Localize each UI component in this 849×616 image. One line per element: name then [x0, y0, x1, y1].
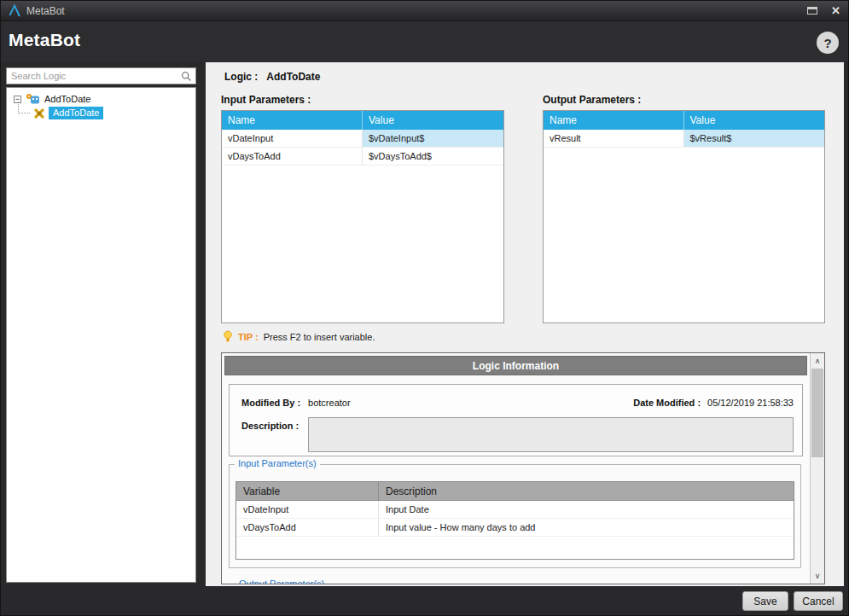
param-name: vDaysToAdd — [222, 148, 363, 165]
table-row: vDateInput Input Date — [236, 501, 794, 519]
close-icon[interactable]: ✕ — [831, 5, 840, 16]
input-parameters-title: Input Parameters : — [221, 94, 311, 106]
tree-connector — [18, 102, 30, 113]
tip-label: TIP : — [238, 332, 259, 342]
logic-metadata-box: Modified By :botcreator Date Modified :0… — [229, 384, 803, 456]
tree-node-root[interactable]: − AddToDate — [7, 88, 195, 105]
input-parameters-grid: Variable Description vDateInput Input Da… — [236, 481, 794, 560]
description-cell: Input Date — [379, 501, 794, 518]
page-title: MetaBot — [9, 30, 80, 50]
tip-text: Press F2 to insert variable. — [264, 332, 375, 342]
input-parameters-table: Name Value vDateInput $vDateInput$ vDays… — [221, 110, 504, 323]
minimize-icon[interactable] — [807, 7, 817, 15]
logic-label: Logic : — [224, 71, 258, 83]
input-parameters-section: Input Parameter(s) Variable Description … — [229, 464, 801, 568]
scrollbar-thumb[interactable] — [811, 369, 823, 457]
logic-name: AddToDate — [266, 71, 320, 83]
column-header-variable: Variable — [236, 482, 379, 500]
tree-node-child[interactable]: AddToDate — [26, 107, 195, 119]
description-textarea[interactable] — [308, 417, 794, 452]
output-parameters-title: Output Parameters : — [543, 94, 641, 106]
tree-node-child-label-selected[interactable]: AddToDate — [49, 107, 103, 119]
scrollbar-up-icon[interactable]: ∧ — [811, 354, 824, 368]
output-parameters-table: Name Value vResult $vResult$ — [543, 110, 825, 323]
description-label: Description : — [241, 421, 299, 431]
vertical-scrollbar[interactable]: ∧ ∨ — [810, 353, 824, 584]
param-value[interactable]: $vDateInput$ — [363, 130, 503, 147]
window-controls: ✕ — [807, 5, 840, 16]
cancel-button[interactable]: Cancel — [794, 591, 843, 611]
variable-cell: vDaysToAdd — [236, 519, 379, 536]
metabot-window: MetaBot ✕ MetaBot ? − AddToDate — [0, 0, 849, 616]
logic-information-panel: Logic Information Modified By :botcreato… — [221, 352, 825, 584]
grid-header: Variable Description — [236, 482, 794, 501]
logic-information-content: Logic Information Modified By :botcreato… — [222, 353, 810, 584]
logic-icon — [33, 108, 45, 119]
modified-by-row: Modified By :botcreator — [241, 398, 351, 408]
param-name: vDateInput — [222, 130, 363, 147]
variable-cell: vDateInput — [236, 501, 379, 518]
date-modified-label: Date Modified : — [633, 398, 701, 408]
logic-tree: − AddToDate AddToDate — [6, 87, 196, 583]
help-icon[interactable]: ? — [817, 32, 839, 54]
logic-title-line: Logic :AddToDate — [224, 71, 320, 83]
description-cell: Input value - How many days to add — [379, 519, 794, 536]
column-header-value: Value — [363, 111, 503, 130]
column-header-name: Name — [544, 111, 684, 130]
search-box — [6, 67, 196, 84]
main-panel: Logic :AddToDate Input Parameters : Outp… — [206, 62, 844, 588]
param-name: vResult — [544, 130, 684, 147]
column-header-description: Description — [379, 482, 794, 500]
table-row: vDaysToAdd Input value - How many days t… — [236, 519, 794, 537]
footer-bar: Save Cancel — [1, 586, 848, 615]
search-icon — [181, 71, 192, 82]
logic-information-header: Logic Information — [224, 356, 807, 375]
table-row[interactable]: vDateInput $vDateInput$ — [222, 130, 503, 148]
output-parameters-section-legend: Output Parameter(s) — [236, 578, 328, 584]
output-parameters-table-header: Name Value — [544, 111, 824, 130]
window-title: MetaBot — [26, 5, 65, 17]
input-parameters-table-header: Name Value — [222, 111, 503, 130]
date-modified-row: Date Modified :05/12/2019 21:58:33 — [633, 398, 794, 408]
save-button[interactable]: Save — [742, 591, 788, 611]
param-value[interactable]: $vDaysToAdd$ — [363, 148, 503, 165]
modified-by-label: Modified By : — [241, 398, 300, 408]
search-input[interactable] — [7, 71, 181, 81]
table-row[interactable]: vResult $vResult$ — [544, 130, 824, 148]
app-logo-icon — [9, 4, 20, 17]
input-parameters-section-legend: Input Parameter(s) — [235, 458, 320, 468]
window-titlebar: MetaBot ✕ — [1, 1, 848, 21]
tip-row: TIP : Press F2 to insert variable. — [223, 330, 375, 343]
param-value[interactable]: $vResult$ — [684, 130, 825, 147]
tree-node-root-label: AddToDate — [44, 94, 90, 104]
table-row[interactable]: vDaysToAdd $vDaysToAdd$ — [222, 148, 503, 166]
date-modified-value: 05/12/2019 21:58:33 — [707, 398, 794, 408]
scrollbar-down-icon[interactable]: ∨ — [811, 569, 824, 583]
app-header: MetaBot ? — [1, 21, 848, 62]
column-header-name: Name — [222, 111, 363, 130]
lightbulb-icon — [223, 330, 233, 343]
modified-by-value: botcreator — [308, 398, 351, 408]
column-header-value: Value — [684, 111, 825, 130]
